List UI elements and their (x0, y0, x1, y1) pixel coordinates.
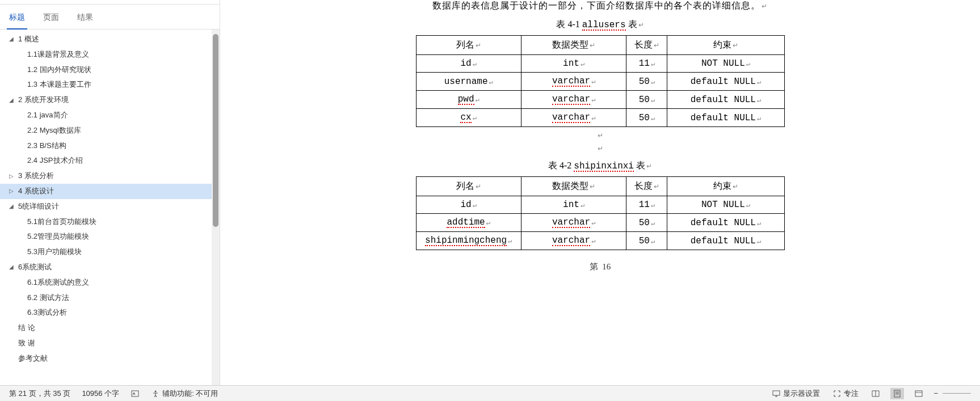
table-cell: varchar↵ (521, 214, 626, 232)
accessibility-icon (151, 389, 160, 398)
outline-item[interactable]: 2.4 JSP技术介绍 (0, 153, 212, 168)
outline-label: 6.2 测试方法 (27, 292, 69, 304)
table-cell: 11↵ (626, 196, 667, 214)
sidebar-scrollbar[interactable] (212, 29, 220, 385)
sidebar-tabs: 标题 页面 结果 (0, 5, 220, 29)
table-allusers: 列名↵ 数据类型↵ 长度↵ 约束↵ id↵ int↵ 11↵ NOT NULL↵… (416, 35, 785, 127)
svg-rect-7 (915, 391, 922, 396)
display-settings-button[interactable]: 显示器设置 (769, 387, 822, 400)
outline-label: 5统详细设计 (18, 201, 59, 213)
outline-item[interactable]: 2.1 java简介 (0, 108, 212, 123)
table-cell: pwd↵ (416, 91, 521, 109)
language-icon[interactable] (131, 389, 140, 398)
paragraph-mark: ↵ (402, 145, 799, 153)
expand-icon[interactable]: ▷ (9, 172, 17, 181)
outline-item[interactable]: 6.1系统测试的意义 (0, 275, 212, 290)
outline-item[interactable]: 5.1前台首页功能模块 (0, 214, 212, 230)
outline-list[interactable]: ◢1 概述 1.1课题背景及意义 1.2 国内外研究现状 1.3 本课题主要工作… (0, 29, 212, 385)
table-cell: default NULL↵ (667, 109, 784, 127)
search-box-collapsed[interactable] (0, 0, 220, 5)
table-cell: default NULL↵ (667, 73, 784, 91)
tab-results[interactable]: 结果 (75, 9, 95, 29)
outline-label: 结 论 (18, 322, 35, 334)
table-cell: default NULL↵ (667, 91, 784, 109)
table-cell: cx↵ (416, 109, 521, 127)
table-row: id↵ int↵ 11↵ NOT NULL↵ (416, 55, 784, 73)
table-row: pwd↵ varchar↵ 50↵ default NULL↵ (416, 91, 784, 109)
tab-pages[interactable]: 页面 (41, 9, 61, 29)
outline-label: 2.3 B/S结构 (27, 140, 66, 152)
zoom-track[interactable] (943, 393, 971, 394)
outline-label: 2.1 java简介 (27, 109, 68, 121)
table-header-cell: 数据类型↵ (521, 177, 626, 196)
display-settings-label: 显示器设置 (783, 389, 820, 399)
table-header-cell: 数据类型↵ (521, 36, 626, 55)
outline-item[interactable]: 1.2 国内外研究现状 (0, 62, 212, 78)
outline-item[interactable]: 1.3 本课题主要工作 (0, 77, 212, 92)
table-cell: int↵ (521, 55, 626, 73)
svg-rect-0 (132, 391, 138, 396)
tab-headings[interactable]: 标题 (7, 9, 27, 29)
outline-item[interactable]: ◢6系统测试 (0, 260, 212, 275)
outline-item[interactable]: 参考文献 (0, 351, 212, 366)
page-info[interactable]: 第 21 页，共 35 页 (9, 389, 70, 399)
outline-item[interactable]: 1.1课题背景及意义 (0, 47, 212, 62)
focus-button[interactable]: 专注 (830, 387, 861, 400)
table-cell: default NULL↵ (667, 214, 784, 232)
web-layout-icon[interactable] (912, 388, 926, 399)
outline-item[interactable]: 5.2管理员功能模块 (0, 229, 212, 244)
intro-paragraph: 数据库的表信息属于设计的一部分，下面介绍数据库中的各个表的详细信息。↵ (402, 0, 799, 12)
outline-item[interactable]: 5.3用户功能模块 (0, 244, 212, 260)
table-row: 列名↵ 数据类型↵ 长度↵ 约束↵ (416, 177, 784, 196)
collapse-icon[interactable]: ◢ (9, 202, 17, 211)
outline-item-selected[interactable]: ▷4 系统设计 (0, 184, 212, 199)
scrollbar-thumb[interactable] (213, 34, 218, 227)
expand-icon[interactable]: ▷ (9, 187, 17, 196)
outline-item[interactable]: ◢5统详细设计 (0, 199, 212, 214)
outline-label: 5.3用户功能模块 (27, 246, 82, 258)
table-cell: 50↵ (626, 73, 667, 91)
outline-item[interactable]: ◢2 系统开发环境 (0, 92, 212, 108)
focus-label: 专注 (844, 389, 859, 399)
outline-label: 6.1系统测试的意义 (27, 277, 89, 289)
table-caption-2: 表 4-2 shipinxinxi 表↵ (402, 160, 799, 172)
zoom-out-icon[interactable]: − (933, 389, 938, 398)
outline-item[interactable]: ▷3 系统分析 (0, 168, 212, 184)
outline-label: 4 系统设计 (18, 185, 54, 197)
read-mode-icon[interactable] (869, 388, 882, 399)
zoom-slider[interactable]: − (933, 389, 971, 398)
collapse-icon[interactable]: ◢ (9, 96, 17, 105)
table-row: cx↵ varchar↵ 50↵ default NULL↵ (416, 109, 784, 127)
word-count[interactable]: 10956 个字 (82, 389, 119, 399)
table-cell: 50↵ (626, 214, 667, 232)
outline-label: 1.1课题背景及意义 (27, 49, 89, 61)
outline-item[interactable]: 2.3 B/S结构 (0, 138, 212, 154)
outline-item[interactable]: ◢1 概述 (0, 32, 212, 47)
outline-item[interactable]: 结 论 (0, 320, 212, 336)
collapse-icon[interactable]: ◢ (9, 263, 17, 272)
accessibility-status[interactable]: 辅助功能: 不可用 (151, 389, 218, 399)
outline-item[interactable]: 6.2 测试方法 (0, 290, 212, 306)
table-shipinxinxi: 列名↵ 数据类型↵ 长度↵ 约束↵ id↵ int↵ 11↵ NOT NULL↵… (416, 176, 785, 250)
table-header-cell: 约束↵ (667, 36, 784, 55)
table-cell: varchar↵ (521, 109, 626, 127)
outline-label: 6.3测试分析 (27, 307, 67, 319)
collapse-icon[interactable]: ◢ (9, 35, 17, 44)
table-cell: varchar↵ (521, 91, 626, 109)
table-cell: varchar↵ (521, 232, 626, 250)
document-area[interactable]: 数据库的表信息属于设计的一部分，下面介绍数据库中的各个表的详细信息。↵ 表 4-… (220, 0, 980, 385)
svg-rect-2 (773, 391, 780, 395)
table-cell: shipinmingcheng↵ (416, 232, 521, 250)
outline-item[interactable]: 6.3测试分析 (0, 305, 212, 320)
outline-item[interactable]: 致 谢 (0, 336, 212, 351)
status-right: 显示器设置 专注 − (769, 387, 971, 400)
table-header-cell: 列名↵ (416, 36, 521, 55)
outline-label: 1 概述 (18, 33, 39, 45)
outline-label: 3 系统分析 (18, 170, 54, 182)
outline-item[interactable]: 2.2 Mysql数据库 (0, 123, 212, 138)
document-content: 数据库的表信息属于设计的一部分，下面介绍数据库中的各个表的详细信息。↵ 表 4-… (402, 0, 799, 272)
print-layout-icon[interactable] (890, 388, 904, 399)
table-cell: id↵ (416, 55, 521, 73)
monitor-icon (772, 389, 781, 398)
outline-label: 6系统测试 (18, 261, 52, 273)
